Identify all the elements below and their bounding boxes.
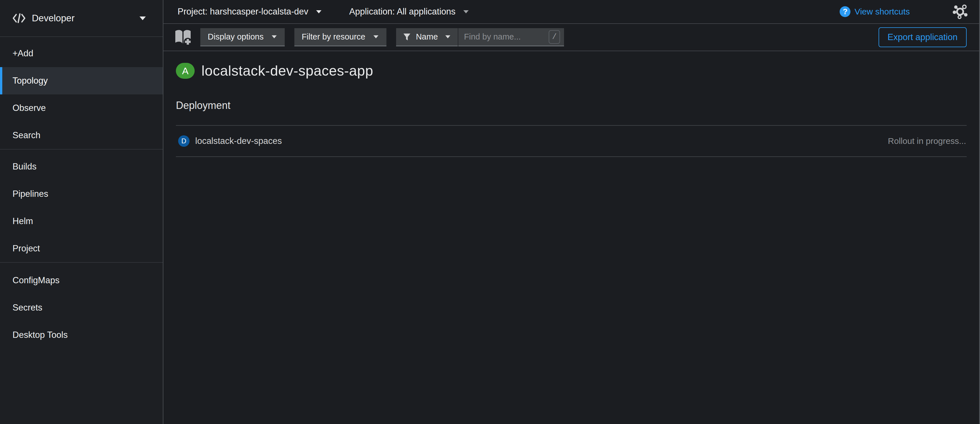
sidebar-item-pipelines[interactable]: Pipelines (0, 180, 163, 207)
filter-by-resource-dropdown[interactable]: Filter by resource (294, 28, 387, 46)
sidebar-item-project[interactable]: Project (0, 235, 163, 262)
main-area: Project: harshcasper-localsta-dev Applic… (163, 0, 980, 424)
display-options-label: Display options (208, 32, 264, 41)
code-icon (13, 13, 25, 24)
context-bar: Project: harshcasper-localsta-dev Applic… (163, 0, 979, 24)
caret-down-icon (373, 35, 379, 38)
topology-view-toggle-button[interactable] (953, 4, 969, 19)
caret-down-icon (272, 35, 277, 38)
application-badge: A (176, 63, 195, 79)
table-row[interactable]: D localstack-dev-spaces Rollout in progr… (176, 125, 967, 157)
sidebar-nav: +Add Topology Observe Search Builds Pipe… (0, 37, 163, 424)
sidebar-item-helm[interactable]: Helm (0, 207, 163, 235)
resource-list: D localstack-dev-spaces Rollout in progr… (176, 125, 967, 157)
perspective-switcher[interactable]: Developer (0, 0, 163, 37)
sidebar: Developer +Add Topology Observe Search B… (0, 0, 163, 424)
deployment-badge: D (178, 135, 189, 147)
caret-down-icon (463, 10, 469, 13)
caret-down-icon (316, 10, 321, 13)
view-shortcuts-link[interactable]: ? View shortcuts (840, 6, 910, 17)
sidebar-item-secrets[interactable]: Secrets (0, 294, 163, 321)
slash-shortcut-key: / (549, 30, 560, 44)
sidebar-item-search[interactable]: Search (0, 122, 163, 149)
funnel-icon (403, 33, 411, 41)
find-by-name-input[interactable] (464, 32, 549, 41)
application-switcher-label: Application: All applications (349, 6, 455, 17)
application-name: localstack-dev-spaces-app (202, 62, 373, 79)
export-application-button[interactable]: Export application (878, 27, 967, 47)
find-by-name-box: / (458, 28, 564, 46)
question-circle-icon: ? (840, 6, 850, 17)
project-switcher-label: Project: harshcasper-localsta-dev (178, 6, 308, 17)
sidebar-item-add[interactable]: +Add (0, 40, 163, 67)
topology-toolbar: Display options Filter by resource Name … (163, 24, 979, 51)
caret-down-icon (140, 16, 146, 20)
caret-down-icon (445, 35, 450, 38)
topology-list-view: A localstack-dev-spaces-app Deployment D… (163, 51, 979, 424)
sidebar-item-builds[interactable]: Builds (0, 153, 163, 180)
sidebar-item-desktop-tools[interactable]: Desktop Tools (0, 321, 163, 349)
resource-status-text: Rollout in progress... (888, 136, 966, 146)
filter-by-resource-label: Filter by resource (302, 32, 365, 41)
topology-graph-icon (953, 4, 969, 19)
sidebar-item-topology[interactable]: Topology (0, 67, 163, 94)
filter-type-dropdown[interactable]: Name (396, 28, 458, 46)
view-shortcuts-label: View shortcuts (854, 7, 910, 16)
name-filter-group: Name / (396, 28, 564, 46)
display-options-dropdown[interactable]: Display options (200, 28, 285, 46)
application-group-header: A localstack-dev-spaces-app (176, 62, 967, 79)
perspective-label: Developer (32, 13, 140, 24)
book-plus-icon (173, 29, 192, 46)
resource-name-link[interactable]: localstack-dev-spaces (195, 136, 282, 146)
resource-kind-heading: Deployment (176, 100, 967, 112)
quick-search-button[interactable] (173, 29, 192, 46)
filter-type-label: Name (416, 32, 438, 41)
sidebar-item-configmaps[interactable]: ConfigMaps (0, 267, 163, 294)
sidebar-item-observe[interactable]: Observe (0, 94, 163, 122)
project-switcher[interactable]: Project: harshcasper-localsta-dev (178, 6, 322, 17)
application-switcher[interactable]: Application: All applications (349, 6, 469, 17)
